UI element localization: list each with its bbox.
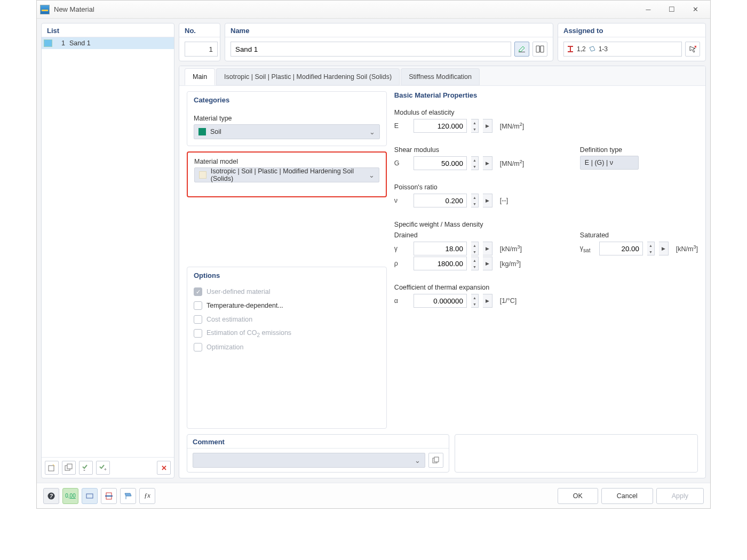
rho-unit: [kg/m3] xyxy=(500,259,521,268)
edit-name-button[interactable] xyxy=(514,42,529,57)
material-model-select[interactable]: Isotropic | Soil | Plastic | Modified Ha… xyxy=(194,167,379,182)
gammasat-input[interactable] xyxy=(599,242,643,255)
alpha-symbol: α xyxy=(394,297,409,305)
svg-rect-9 xyxy=(434,457,439,462)
i-beam-icon xyxy=(567,46,574,52)
E-unit: [MN/m2] xyxy=(500,122,524,130)
nu-unit: [--] xyxy=(500,197,508,204)
plate-icon xyxy=(589,46,595,52)
G-spinner[interactable]: ▲▼ xyxy=(471,156,479,170)
definition-type-select[interactable]: E | (G) | ν xyxy=(580,156,639,170)
specweight-label: Specific weight / Mass density xyxy=(394,221,698,228)
option-temperature[interactable]: Temperature-dependent... xyxy=(194,299,380,313)
option-user-defined: User-defined material xyxy=(194,285,380,299)
tab-main[interactable]: Main xyxy=(185,68,215,85)
library-button[interactable] xyxy=(533,42,547,57)
minimize-button[interactable]: ─ xyxy=(637,2,660,17)
apply-button[interactable]: Apply xyxy=(656,488,704,504)
check-down-button[interactable] xyxy=(79,461,93,475)
new-item-button[interactable] xyxy=(45,461,59,475)
gammasat-symbol: γsat xyxy=(580,244,595,253)
ok-button[interactable]: OK xyxy=(558,488,598,504)
material-list[interactable]: 1 Sand 1 xyxy=(42,37,174,457)
assigned-label: Assigned to xyxy=(558,23,705,37)
G-goto-button[interactable]: ▶ xyxy=(483,156,492,170)
nu-symbol: ν xyxy=(394,197,409,204)
G-symbol: G xyxy=(394,159,409,167)
formula-tool-button[interactable]: ƒx xyxy=(139,488,155,504)
dialog-footer: ? 0,00 ƒx OK Cancel Apply xyxy=(37,483,710,508)
svg-rect-0 xyxy=(49,466,54,471)
tab-soil-model[interactable]: Isotropic | Soil | Plastic | Modified Ha… xyxy=(216,68,400,85)
E-spinner[interactable]: ▲▼ xyxy=(471,119,479,133)
nu-goto-button[interactable]: ▶ xyxy=(483,194,492,207)
new-material-dialog: New Material ─ ☐ ✕ List 1 Sand 1 ✕ xyxy=(36,0,711,509)
pick-assign-button[interactable] xyxy=(685,42,700,57)
alpha-unit: [1/°C] xyxy=(500,297,516,305)
saturated-label: Saturated xyxy=(580,231,698,239)
gammasat-unit: [kN/m3] xyxy=(676,244,698,253)
alpha-goto-button[interactable]: ▶ xyxy=(483,294,492,308)
assigned-b: 1-3 xyxy=(599,45,608,53)
titlebar: New Material ─ ☐ ✕ xyxy=(37,1,710,19)
material-model-value: Isotropic | Soil | Plastic | Modified Ha… xyxy=(211,167,375,182)
G-input[interactable] xyxy=(414,156,467,170)
view-tool-button[interactable] xyxy=(120,488,136,504)
material-model-label: Material model xyxy=(194,158,379,165)
material-swatch-icon xyxy=(44,39,52,47)
rho-input[interactable] xyxy=(414,257,467,270)
comment-copy-button[interactable] xyxy=(428,453,443,468)
section-tool-button[interactable] xyxy=(101,488,117,504)
delete-item-button[interactable]: ✕ xyxy=(157,461,171,475)
alpha-spinner[interactable]: ▲▼ xyxy=(471,294,479,308)
material-model-frame: Material model Isotropic | Soil | Plasti… xyxy=(187,151,387,197)
maximize-button[interactable]: ☐ xyxy=(660,2,684,17)
alpha-input[interactable] xyxy=(414,294,467,308)
list-item-number: 1 xyxy=(58,39,65,47)
no-label: No. xyxy=(179,23,220,37)
checkbox-icon[interactable] xyxy=(194,301,202,310)
cancel-button[interactable]: Cancel xyxy=(601,488,653,504)
comment-select[interactable]: ⌄ xyxy=(193,453,425,468)
drained-label: Drained xyxy=(394,231,554,239)
help-button[interactable]: ? xyxy=(43,488,59,504)
gammasat-spinner[interactable]: ▲▼ xyxy=(647,242,655,255)
rho-goto-button[interactable]: ▶ xyxy=(483,257,492,270)
rho-spinner[interactable]: ▲▼ xyxy=(471,257,479,270)
app-icon xyxy=(40,5,50,14)
option-co2: Estimation of CO2 emissions xyxy=(194,326,380,340)
option-cost: Cost estimation xyxy=(194,313,380,326)
gamma-goto-button[interactable]: ▶ xyxy=(483,242,492,255)
G-unit: [MN/m2] xyxy=(500,159,524,167)
list-title: List xyxy=(42,23,174,37)
name-panel: Name xyxy=(225,23,553,61)
name-input[interactable] xyxy=(231,42,511,57)
number-input[interactable] xyxy=(185,42,218,57)
options-title: Options xyxy=(187,267,386,283)
checkbox-icon xyxy=(194,315,202,324)
chevron-down-icon: ⌄ xyxy=(415,457,420,465)
duplicate-item-button[interactable] xyxy=(62,461,76,475)
rectangle-tool-button[interactable] xyxy=(82,488,98,504)
list-item[interactable]: 1 Sand 1 xyxy=(42,37,174,49)
gamma-input[interactable] xyxy=(414,242,467,255)
E-input[interactable] xyxy=(414,119,467,133)
tabs: Main Isotropic | Soil | Plastic | Modifi… xyxy=(179,66,705,86)
nu-input[interactable] xyxy=(414,194,467,207)
checkbox-icon xyxy=(194,329,202,338)
close-button[interactable]: ✕ xyxy=(684,2,707,17)
gammasat-goto-button[interactable]: ▶ xyxy=(659,242,669,255)
list-item-name: Sand 1 xyxy=(69,39,91,47)
units-button[interactable]: 0,00 xyxy=(62,488,78,504)
tab-stiffness[interactable]: Stiffness Modification xyxy=(401,68,480,85)
assigned-field[interactable]: 1,2 1-3 xyxy=(563,42,682,57)
gamma-spinner[interactable]: ▲▼ xyxy=(471,242,479,255)
svg-rect-4 xyxy=(519,52,525,52)
options-frame: Options User-defined material Temperatur… xyxy=(187,267,387,429)
svg-text:?: ? xyxy=(50,493,53,499)
gamma-unit: [kN/m3] xyxy=(500,244,522,253)
E-goto-button[interactable]: ▶ xyxy=(483,119,492,133)
check-swap-button[interactable] xyxy=(96,461,110,475)
material-type-select[interactable]: Soil ⌄ xyxy=(194,124,380,139)
nu-spinner[interactable]: ▲▼ xyxy=(471,194,479,207)
